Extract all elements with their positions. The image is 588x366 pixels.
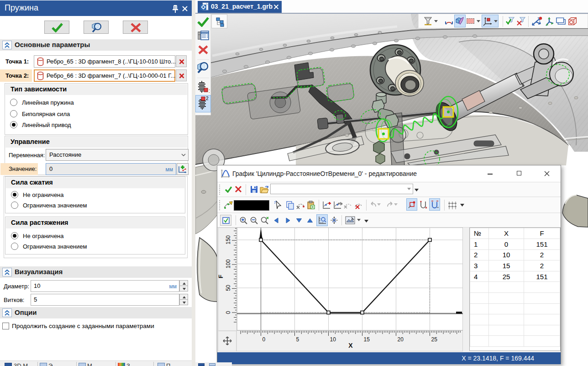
svg-text:20: 20 <box>398 336 404 343</box>
svg-text:2: 2 <box>206 96 209 101</box>
svg-text:10: 10 <box>330 336 336 343</box>
svg-text:100: 100 <box>225 259 231 268</box>
svg-text:15: 15 <box>364 336 370 343</box>
svg-text:0: 0 <box>262 336 266 343</box>
svg-text:5: 5 <box>296 336 299 343</box>
svg-text:50: 50 <box>225 285 231 291</box>
svg-text:25: 25 <box>431 336 438 343</box>
svg-text:F: F <box>218 275 224 278</box>
svg-text:X: X <box>348 342 353 349</box>
svg-text:0: 0 <box>225 311 231 314</box>
svg-text:150: 150 <box>225 235 231 244</box>
svg-text:1: 1 <box>209 89 210 93</box>
